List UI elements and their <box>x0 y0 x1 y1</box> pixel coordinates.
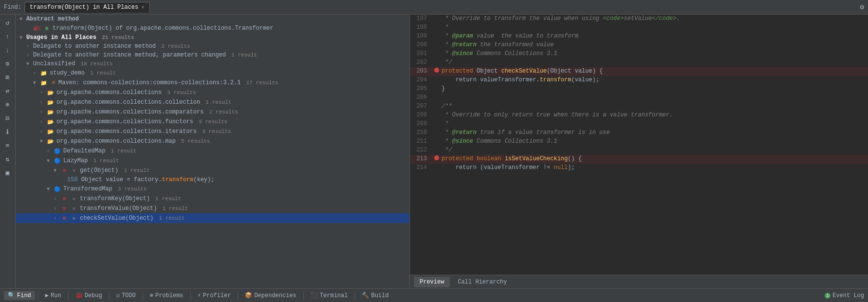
gutter-203 <box>432 68 442 73</box>
method-icon: m <box>33 24 41 32</box>
terminal-icon: ⬛ <box>311 292 318 299</box>
pkg1-folder-icon: 📂 <box>47 89 55 96</box>
code-line-214: 214 return (valueTransformer != null); <box>410 164 868 172</box>
profiler-status[interactable]: ⚡ Profiler <box>194 291 235 300</box>
pkg6-item[interactable]: ▼ 📂 org.apache.commons.collections.map 5… <box>16 136 409 146</box>
delegate-instance-item[interactable]: › Delegate to another instance method 2 … <box>16 42 409 51</box>
code-line-205: 205 } <box>410 85 868 94</box>
code-line-198: 198 * <box>410 23 868 32</box>
code-line-200: 200 * @return the transformed value <box>410 41 868 50</box>
delegate-params-arrow: › <box>26 53 33 58</box>
pkg6-folder-icon: 📂 <box>47 137 55 145</box>
commit-icon[interactable]: ⊕ <box>2 99 13 110</box>
transform-key-icon: m <box>60 195 68 203</box>
defaulted-map-item[interactable]: › 🔵 DefaultedMap 1 result <box>16 146 409 156</box>
maven-item[interactable]: ▼ 📁 M Maven: commons-collections:commons… <box>16 78 409 88</box>
info-icon[interactable]: ℹ <box>2 127 13 137</box>
vcs-icon[interactable]: ⇄ <box>2 86 13 96</box>
defaulted-arrow: › <box>47 149 54 154</box>
find-tab[interactable]: transform(Object) in All Places ✕ <box>24 2 150 13</box>
dependencies-status[interactable]: 📦 Dependencies <box>241 291 300 300</box>
pkg2-label: org.apache.commons.collections.collectio… <box>56 99 231 106</box>
code-line-208: 208 * Override to only return true when … <box>410 111 868 120</box>
transform-method-label: transform(Object) of org.apache.commons.… <box>53 25 274 32</box>
get-arrow: ▼ <box>54 168 60 173</box>
breakpoint-203[interactable] <box>434 68 439 73</box>
problems-status[interactable]: ⊕ Problems <box>146 291 187 300</box>
folder-icon: 📁 <box>40 69 48 77</box>
tab-close-icon[interactable]: ✕ <box>141 4 145 10</box>
line-num-214: 214 <box>410 164 432 171</box>
pkg3-label: org.apache.commons.collections.comparato… <box>56 109 238 115</box>
sep8 <box>354 292 355 300</box>
delegate-arrow: › <box>26 44 33 49</box>
transformed-map-item[interactable]: ▼ 🔵 TransformedMap 3 results <box>16 184 409 194</box>
transform-value-item[interactable]: › m ⊙ transformValue(Object) 1 result <box>16 204 409 213</box>
profiler-icon: ⚡ <box>198 292 201 299</box>
pkg2-folder-icon: 📂 <box>47 98 55 106</box>
terminal-status[interactable]: ⬛ Terminal <box>307 291 352 300</box>
up-icon[interactable]: ↑ <box>2 31 13 42</box>
maven-arrow: ▼ <box>33 80 40 86</box>
todo-status[interactable]: ☑ TODO <box>112 291 140 300</box>
refresh-icon[interactable]: ↺ <box>2 18 13 28</box>
transform-method-item[interactable]: m ▦ transform(Object) of org.apache.comm… <box>16 23 409 33</box>
line-num-208: 208 <box>410 112 432 118</box>
code-line-199: 199 * @param value the value to transfor… <box>410 32 868 41</box>
line-num-211: 211 <box>410 138 432 145</box>
code-line-197: 197 * Override to transform the value wh… <box>410 15 868 23</box>
code-line-201: 201 * @since Commons Collections 3.1 <box>410 50 868 58</box>
sort-icon[interactable]: ⇅ <box>2 154 13 165</box>
pkg5-item[interactable]: › 📂 org.apache.commons.collections.itera… <box>16 127 409 136</box>
abstract-method-header[interactable]: ▼ Abstract method <box>16 15 409 23</box>
line-num-198: 198 <box>410 24 432 31</box>
pkg4-folder-icon: 📂 <box>47 118 55 126</box>
event-log-label: Event Log <box>832 292 864 299</box>
line-158-item[interactable]: 158 Object value = factory.transform(key… <box>16 175 409 184</box>
settings-icon[interactable]: ⚙ <box>2 58 13 69</box>
line-content-200: * @return the transformed value <box>442 41 868 48</box>
find-panel-content[interactable]: ▼ Abstract method m ▦ transform(Object) … <box>16 15 409 288</box>
line-content-202: */ <box>442 59 868 66</box>
find-icon: 🔍 <box>8 292 15 299</box>
code-line-206: 206 <box>410 94 868 102</box>
pkg3-item[interactable]: › 📂 org.apache.commons.collections.compa… <box>16 107 409 117</box>
pkg5-folder-icon: 📂 <box>47 128 55 135</box>
settings-icon[interactable]: ⚙ <box>860 3 864 11</box>
delegate-params-item[interactable]: › Delegate to another instance method, p… <box>16 51 409 59</box>
unclassified-header[interactable]: ▼ Unclassified 18 results <box>16 59 409 68</box>
tab-call-hierarchy[interactable]: Call Hierarchy <box>452 277 513 287</box>
find-status[interactable]: 🔍 🔍 Find Find <box>4 291 35 300</box>
code-editor[interactable]: 197 * Override to transform the value wh… <box>410 15 868 275</box>
hierarchy-icon[interactable]: ⊟ <box>2 113 13 124</box>
down-icon[interactable]: ↓ <box>2 45 13 56</box>
line-num-209: 209 <box>410 120 432 127</box>
lazy-map-item[interactable]: ▼ 🔵 LazyMap 1 result <box>16 156 409 166</box>
pkg4-item[interactable]: › 📂 org.apache.commons.collections.funct… <box>16 117 409 127</box>
run-icon: ▶ <box>45 292 49 299</box>
abstract-method-label: Abstract method <box>26 16 79 22</box>
usages-header[interactable]: ▼ Usages in All Places 21 results <box>16 33 409 42</box>
run-status[interactable]: ▶ Run <box>41 291 65 300</box>
event-log[interactable]: 1 Event Log <box>825 292 864 299</box>
panel-icon[interactable]: ▣ <box>2 168 13 178</box>
pkg2-item[interactable]: › 📂 org.apache.commons.collections.colle… <box>16 97 409 107</box>
code-line-202: 202 */ <box>410 58 868 67</box>
status-bar: 🔍 🔍 Find Find ▶ Run 🐞 Debug ☑ TODO ⊕ Pro… <box>0 288 868 302</box>
pkg1-item[interactable]: › 📂 org.apache.commons.collections 3 res… <box>16 88 409 97</box>
get-method-item[interactable]: ▼ m ⊙ get(Object) 1 result <box>16 166 409 175</box>
tab-preview[interactable]: Preview <box>414 277 450 287</box>
line-content-211: * @since Commons Collections 3.1 <box>442 138 868 145</box>
line-num-201: 201 <box>410 50 432 57</box>
build-status[interactable]: 🔨 Build <box>358 291 392 300</box>
transform-key-item[interactable]: › m ⊙ transformKey(Object) 1 result <box>16 194 409 204</box>
study-demo-item[interactable]: › 📁 study_demo 1 result <box>16 68 409 78</box>
check-set-value-item[interactable]: › m ⊙ checkSetValue(Object) 1 result <box>16 213 409 223</box>
structure-icon[interactable]: ⊞ <box>2 72 13 83</box>
breakpoint-213[interactable] <box>434 155 439 160</box>
pkg6-label: org.apache.commons.collections.map 5 res… <box>56 138 210 145</box>
list-icon[interactable]: ≡ <box>2 140 13 151</box>
transform-value-access-icon: ⊙ <box>70 205 78 212</box>
check-arrow: › <box>54 216 60 221</box>
debug-status[interactable]: 🐞 Debug <box>72 291 106 300</box>
